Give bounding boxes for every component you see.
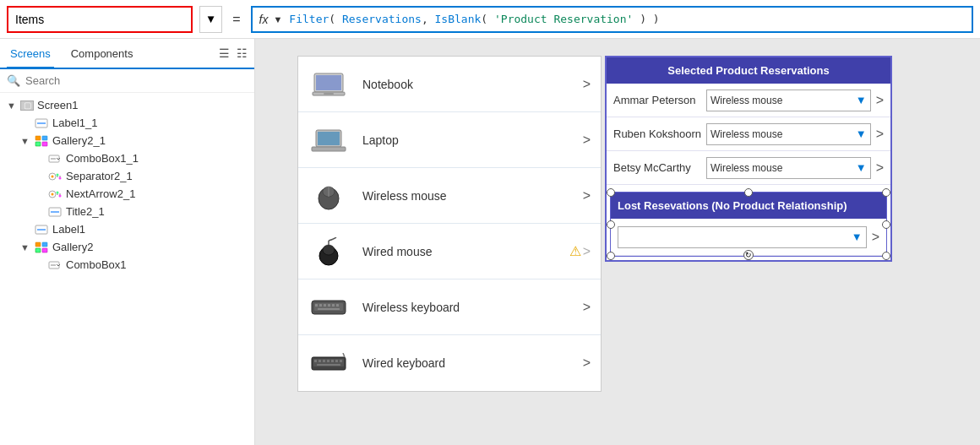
tree-label-separator2-1: Separator2_1 <box>66 170 133 182</box>
svg-rect-46 <box>328 304 330 307</box>
res-chevron-ammar[interactable]: > <box>876 93 884 108</box>
tree-item-screen1[interactable]: ▼ ▢ Screen1 <box>0 96 254 114</box>
res-select-wrapper-betsy: Wireless mouse ▼ <box>706 157 871 179</box>
resize-handle-mr[interactable] <box>882 220 890 229</box>
tree-item-combobox1-1[interactable]: ComboBox1_1 <box>0 149 254 167</box>
lost-dropdown[interactable]: ▼ <box>618 226 867 248</box>
search-input[interactable] <box>25 74 248 87</box>
product-row-wired-mouse[interactable]: Wired mouse ⚠ > <box>298 224 601 279</box>
svg-point-17 <box>59 194 62 197</box>
gallery2-icon <box>34 241 49 253</box>
svg-rect-2 <box>35 136 41 140</box>
resize-handle-tr[interactable] <box>882 188 890 197</box>
tree-label-title2-1: Title2_1 <box>66 205 105 218</box>
tree-item-label1-1[interactable]: Label1_1 <box>0 114 254 132</box>
rotation-handle[interactable]: ↻ <box>743 250 754 260</box>
resize-handle-tl[interactable] <box>607 188 615 197</box>
formula-fn: Filter <box>289 13 329 25</box>
wireless-mouse-image <box>308 179 349 213</box>
svg-rect-24 <box>35 248 41 252</box>
tree-item-combobox1[interactable]: ComboBox1 <box>0 256 254 274</box>
list-icon[interactable]: ☰ <box>219 46 230 60</box>
tree: ▼ ▢ Screen1 Label1_1 ▼ <box>0 93 254 445</box>
tree-label-combobox1-1: ComboBox1_1 <box>66 152 139 165</box>
res-select-wrapper-ruben: Wireless mouse ▼ <box>706 123 871 145</box>
product-row-wired-keyboard[interactable]: Wired keyboard > <box>298 335 601 391</box>
fx-chevron-icon[interactable]: ▼ <box>273 14 282 24</box>
tree-label-label1-1: Label1_1 <box>52 117 98 129</box>
wired-keyboard-image <box>308 346 349 380</box>
grid-icon[interactable]: ☷ <box>237 46 248 60</box>
wired-mouse-label: Wired mouse <box>362 245 569 258</box>
svg-rect-4 <box>35 142 41 146</box>
res-dropdown-betsy[interactable]: Wireless mouse ▼ <box>706 157 871 179</box>
equals-sign: = <box>229 12 243 27</box>
resize-handle-bl[interactable] <box>607 252 615 260</box>
screen-icon: ▢ <box>20 100 34 111</box>
svg-rect-58 <box>340 360 342 362</box>
formula-bar: fx ▼ Filter( Reservations, IsBlank( 'Pro… <box>251 6 973 33</box>
product-row-wireless-mouse[interactable]: Wireless mouse > <box>298 168 601 224</box>
svg-rect-34 <box>312 147 346 151</box>
res-value-betsy: Wireless mouse <box>710 162 856 174</box>
res-dropdown-ammar[interactable]: Wireless mouse ▼ <box>706 90 871 111</box>
svg-rect-47 <box>332 304 335 307</box>
svg-rect-5 <box>42 142 47 146</box>
wired-mouse-arrow: > <box>583 244 591 259</box>
res-name-ammar: Ammar Peterson <box>613 94 706 106</box>
tab-components[interactable]: Components <box>68 41 137 67</box>
tree-item-label1[interactable]: Label1 <box>0 220 254 238</box>
label1-icon <box>34 224 49 236</box>
svg-point-12 <box>59 176 62 179</box>
resize-handle-tc[interactable] <box>744 188 753 197</box>
tab-screens[interactable]: Screens <box>7 41 54 68</box>
combobox1-icon <box>47 259 63 271</box>
res-dropdown-icon-ammar: ▼ <box>856 94 867 106</box>
title2-1-icon <box>47 206 63 218</box>
tree-item-title2-1[interactable]: Title2_1 <box>0 203 254 220</box>
wireless-mouse-label: Wireless mouse <box>362 189 583 203</box>
resize-handle-br[interactable] <box>882 252 890 260</box>
search-icon: 🔍 <box>7 74 20 87</box>
gallery2-1-icon <box>34 135 49 147</box>
laptop-label: Laptop <box>362 133 583 147</box>
tree-label-nextarrow2-1: NextArrow2_1 <box>66 187 135 200</box>
tree-label-gallery2-1: Gallery2_1 <box>52 134 106 147</box>
tree-item-gallery2-1[interactable]: ▼ Gallery2_1 <box>0 132 254 149</box>
svg-rect-33 <box>318 132 340 145</box>
wireless-mouse-arrow: > <box>583 188 591 204</box>
content-area: Notebook > Laptop > <box>255 39 980 445</box>
nextarrow2-1-icon <box>47 188 63 200</box>
svg-point-14 <box>52 193 54 195</box>
product-row-notebook[interactable]: Notebook > <box>298 57 601 112</box>
expand-icon-screen1: ▼ <box>7 100 20 111</box>
warning-icon-wired-mouse: ⚠ <box>569 243 581 259</box>
svg-rect-59 <box>317 364 340 366</box>
res-chevron-ruben[interactable]: > <box>876 127 884 142</box>
wired-mouse-image <box>308 235 349 269</box>
product-row-wireless-keyboard[interactable]: Wireless keyboard > <box>298 279 601 335</box>
svg-rect-22 <box>35 242 41 247</box>
items-input[interactable] <box>7 6 193 33</box>
tree-item-nextarrow2-1[interactable]: NextArrow2_1 <box>0 185 254 203</box>
tree-item-gallery2[interactable]: ▼ Gallery2 <box>0 238 254 256</box>
svg-rect-44 <box>319 304 322 307</box>
tree-label-gallery2: Gallery2 <box>52 241 93 253</box>
svg-rect-29 <box>316 75 341 90</box>
items-dropdown-button[interactable]: ▼ <box>199 6 222 33</box>
res-row-ammar: Ammar Peterson Wireless mouse ▼ > <box>607 84 890 117</box>
svg-rect-25 <box>42 248 47 252</box>
res-chevron-betsy[interactable]: > <box>876 160 884 176</box>
resize-handle-ml[interactable] <box>607 220 615 229</box>
notebook-arrow: > <box>583 77 591 92</box>
product-row-laptop[interactable]: Laptop > <box>298 112 601 168</box>
svg-point-16 <box>57 191 59 193</box>
laptop-image <box>308 123 349 157</box>
lost-chevron[interactable]: > <box>872 230 879 245</box>
res-value-ruben: Wireless mouse <box>710 128 856 140</box>
res-row-betsy: Betsy McCarthy Wireless mouse ▼ > <box>607 151 890 185</box>
wireless-keyboard-arrow: > <box>583 300 591 315</box>
res-dropdown-ruben[interactable]: Wireless mouse ▼ <box>706 123 871 145</box>
tree-item-separator2-1[interactable]: Separator2_1 <box>0 167 254 185</box>
res-dropdown-icon-betsy: ▼ <box>856 161 867 174</box>
